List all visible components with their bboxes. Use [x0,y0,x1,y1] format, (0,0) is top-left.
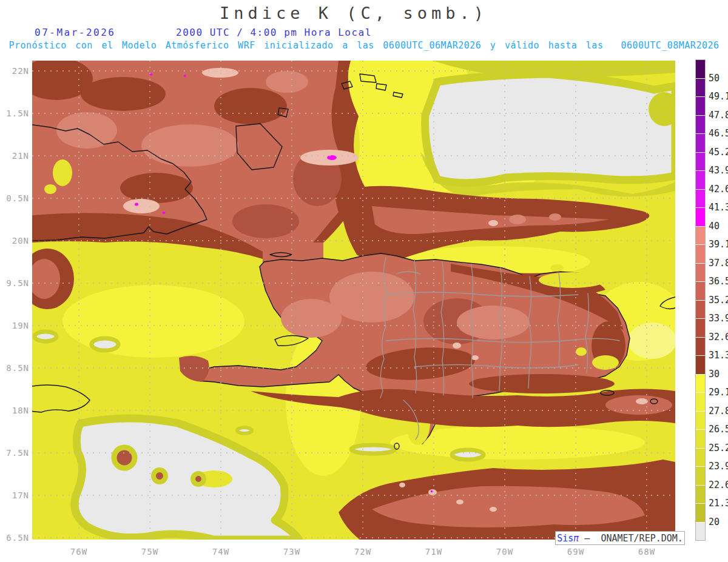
colorbar-tick-label: 20 [709,517,728,527]
colorbar-tick-label: 45.2 [709,147,728,158]
model-subtitle: Pronóstico con el Modelo Atmósferico WRF… [0,40,728,51]
colorbar-cell [696,264,705,283]
page-title: Indice K (C, somb.) [32,4,675,22]
colorbar-cell [696,60,705,79]
lat-label: 21N [0,150,29,161]
colorbar-tick-label: 41.3 [709,202,728,213]
colorbar-tick-label: 39.1 [709,239,728,250]
attribution-box: Sisπ – ONAMET/REP.DOM. [555,531,685,545]
colorbar-tick-label: 50 [709,73,728,84]
colorbar-tick-label: 27.8 [709,406,728,416]
lat-label: 6.5N [0,532,29,543]
colorbar-cell [696,171,705,190]
lat-label: 0.5N [0,193,29,204]
colorbar-tick-label: 49.1 [709,91,728,102]
colorbar-cell [696,338,705,356]
forecast-date: 07-Mar-2026 [35,27,115,38]
colorbar-cell [696,116,705,135]
lon-label: 74W [203,546,239,557]
lat-label: 8.5N [0,363,29,373]
weather-map-svg [32,61,675,540]
colorbar-tick-label: 47.8 [709,110,728,121]
colorbar-cell [696,245,705,264]
lat-label: 18N [0,405,29,416]
colorbar [695,59,706,541]
lon-label: 69W [558,546,594,557]
weather-map-page: Indice K (C, somb.) 07-Mar-2026 2000 UTC… [0,0,728,562]
colorbar-cell [696,486,705,504]
colorbar-tick-label: 30 [709,369,728,380]
attribution-separator: – [579,533,601,544]
colorbar-tick-label: 26.5 [709,424,728,435]
lat-label: 20N [0,235,29,246]
sispi-logo-text: Sis [557,533,573,544]
lat-label: 17N [0,490,29,501]
lon-label: 73W [274,546,310,557]
lon-label: 76W [61,546,97,557]
lat-label: 1.5N [0,108,29,119]
colorbar-tick-label: 36.5 [709,276,728,287]
colorbar-tick-label: 43.9 [709,165,728,176]
colorbar-cell [696,356,705,375]
colorbar-cell [696,375,705,393]
map-canvas [32,61,675,540]
colorbar-tick-label: 22.6 [709,480,728,490]
colorbar-tick-label: 25.2 [709,443,728,453]
colorbar-cell [696,523,705,541]
colorbar-tick-label: 31.3 [709,350,728,361]
colorbar-tick-label: 23.9 [709,461,728,472]
colorbar-cell [696,97,705,116]
colorbar-cell [696,190,705,209]
forecast-time: 2000 UTC / 4:00 pm Hora Local [176,27,372,38]
lon-label: 68W [629,546,665,557]
lon-label: 75W [132,546,168,557]
colorbar-cell [696,504,705,523]
colorbar-cell [696,301,705,319]
colorbar-tick-label: 46.5 [709,128,728,139]
lon-label: 71W [416,546,452,557]
colorbar-cell [696,449,705,467]
colorbar-cell [696,208,705,227]
colorbar-tick-label: 21.3 [709,498,728,509]
colorbar-cell [696,467,705,486]
colorbar-tick-label: 32.6 [709,332,728,343]
colorbar-tick-label: 37.8 [709,258,728,269]
colorbar-cell [696,134,705,153]
colorbar-cell [696,412,705,430]
lat-label: 19N [0,320,29,331]
colorbar-cell [696,227,705,246]
colorbar-cell [696,393,705,412]
colorbar-tick-label: 42.6 [709,184,728,195]
colorbar-cell [696,282,705,301]
colorbar-cell [696,153,705,172]
colorbar-tick-label: 29.1 [709,387,728,398]
lat-label: 9.5N [0,278,29,289]
colorbar-cell [696,79,705,98]
lat-label: 7.5N [0,447,29,458]
colorbar-cell [696,319,705,338]
lon-label: 70W [487,546,523,557]
colorbar-tick-label: 33.9 [709,313,728,324]
colorbar-tick-label: 35.2 [709,295,728,306]
pi-symbol: π [573,533,579,544]
attribution-org: ONAMET/REP.DOM. [601,533,682,544]
lat-label: 22N [0,65,29,76]
colorbar-tick-label: 40 [709,221,728,232]
colorbar-cell [696,430,705,449]
lon-label: 72W [345,546,381,557]
